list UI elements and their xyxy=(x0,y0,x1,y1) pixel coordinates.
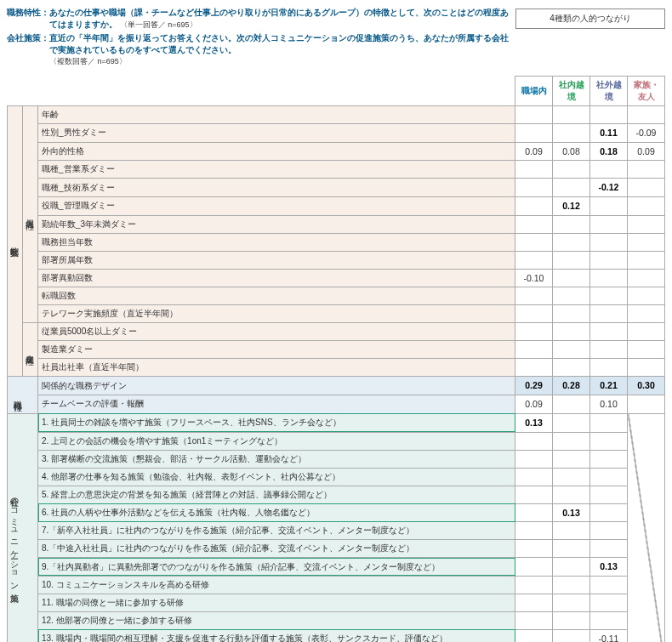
col-header-1: 職場内 xyxy=(515,77,553,106)
value-cell xyxy=(515,233,553,251)
value-cell xyxy=(590,611,628,629)
value-cell xyxy=(590,233,628,251)
value-cell xyxy=(515,540,553,558)
value-cell xyxy=(553,540,590,558)
col-header-2: 社内越境 xyxy=(553,77,590,106)
row-label: 部署異動回数 xyxy=(38,269,515,287)
value-cell xyxy=(553,486,590,503)
value-cell xyxy=(590,341,628,359)
value-cell xyxy=(590,413,628,432)
row-label: 関係的な職務デザイン xyxy=(38,377,515,395)
group-label: 企業属性 xyxy=(23,323,38,377)
value-cell xyxy=(515,305,553,323)
value-cell xyxy=(515,629,553,642)
value-cell xyxy=(590,576,628,594)
row-label: 勤続年数_3年未満ダミー xyxy=(38,215,515,233)
q2-text: 直近の「半年間」を振り返ってお答えください。次の対人コミュニケーションの促進施策… xyxy=(49,32,512,67)
row-label: 7.「新卒入社社員」に社内のつながりを作る施策（紹介記事、交流イベント、メンター… xyxy=(38,522,515,540)
intro-block: 職務特性： あなたの仕事や職場（課・チームなど仕事上のやり取りが日常的にあるグル… xyxy=(7,7,665,69)
q2-label: 会社施策： xyxy=(7,32,49,44)
value-cell xyxy=(515,341,553,359)
row-label: 6. 社員の人柄や仕事外活動などを伝える施策（社内報、人物名鑑など） xyxy=(38,503,515,522)
row-label: 部署所属年数 xyxy=(38,251,515,269)
row-label: 8.「中途入社社員」に社内のつながりを作る施策（紹介記事、交流イベント、メンター… xyxy=(38,540,515,558)
value-cell xyxy=(628,395,665,414)
value-cell xyxy=(553,323,590,341)
value-cell xyxy=(553,576,590,594)
value-cell: -0.10 xyxy=(515,269,553,287)
na-cell xyxy=(628,413,665,642)
value-cell xyxy=(553,611,590,629)
results-table: 職場内 社内越境 社外越境 家族・友人 統制変数個人属性年齢性別_男性ダミー0.… xyxy=(7,76,665,642)
value-cell xyxy=(515,611,553,629)
value-cell xyxy=(553,468,590,486)
row-label: 3. 部署横断の交流施策（懇親会、部活・サークル活動、運動会など） xyxy=(38,450,515,468)
value-cell: 0.08 xyxy=(553,142,590,161)
value-cell xyxy=(515,106,553,124)
row-label: テレワーク実施頻度（直近半年間） xyxy=(38,305,515,323)
row-label: 外向的性格 xyxy=(38,142,515,161)
row-label: 2. 上司との会話の機会を増やす施策（1on1ミーティングなど） xyxy=(38,432,515,450)
group-label: 統制変数 xyxy=(8,106,23,377)
value-cell xyxy=(515,323,553,341)
value-cell xyxy=(590,251,628,269)
value-cell xyxy=(628,161,665,179)
value-cell xyxy=(515,558,553,577)
value-cell: 0.09 xyxy=(515,142,553,161)
value-cell: 0.30 xyxy=(628,377,665,395)
group-label: 職務特性 xyxy=(8,377,38,413)
value-cell xyxy=(553,341,590,359)
value-cell xyxy=(553,251,590,269)
value-cell xyxy=(590,468,628,486)
q1-text: あなたの仕事や職場（課・チームなど仕事上のやり取りが日常的にあるグループ）の特徴… xyxy=(49,7,512,31)
value-cell xyxy=(590,215,628,233)
value-cell: -0.11 xyxy=(590,629,628,642)
value-cell xyxy=(628,197,665,216)
value-cell: 0.09 xyxy=(628,142,665,161)
value-cell xyxy=(590,269,628,287)
value-cell xyxy=(553,413,590,432)
col-header-3: 社外越境 xyxy=(590,77,628,106)
value-cell xyxy=(515,287,553,305)
value-cell xyxy=(553,395,590,414)
value-cell xyxy=(628,269,665,287)
value-cell: 0.29 xyxy=(515,377,553,395)
value-cell xyxy=(590,305,628,323)
value-cell xyxy=(553,594,590,611)
value-cell xyxy=(515,468,553,486)
row-label: チームベースの評価・報酬 xyxy=(38,395,515,414)
value-cell xyxy=(590,197,628,216)
row-label: 役職_管理職ダミー xyxy=(38,197,515,216)
value-cell: 0.13 xyxy=(515,413,553,432)
value-cell xyxy=(515,503,553,522)
value-cell xyxy=(553,305,590,323)
q1-label: 職務特性： xyxy=(7,7,49,19)
row-label: 職種_営業系ダミー xyxy=(38,161,515,179)
value-cell xyxy=(590,287,628,305)
value-cell xyxy=(628,287,665,305)
value-cell xyxy=(628,251,665,269)
value-cell xyxy=(553,269,590,287)
value-cell xyxy=(515,251,553,269)
value-cell xyxy=(590,522,628,540)
row-label: 社員出社率（直近半年間） xyxy=(38,359,515,377)
row-label: 10. コミュニケーションスキルを高める研修 xyxy=(38,576,515,594)
header-top: 4種類の人的つながり xyxy=(515,9,665,29)
value-cell xyxy=(590,323,628,341)
value-cell xyxy=(553,558,590,577)
value-cell xyxy=(590,161,628,179)
value-cell xyxy=(590,503,628,522)
value-cell: 0.10 xyxy=(590,395,628,414)
row-label: 製造業ダミー xyxy=(38,341,515,359)
value-cell xyxy=(515,179,553,197)
value-cell xyxy=(515,197,553,216)
value-cell xyxy=(553,215,590,233)
value-cell: 0.11 xyxy=(590,124,628,143)
value-cell xyxy=(553,161,590,179)
value-cell xyxy=(590,106,628,124)
value-cell: 0.12 xyxy=(553,197,590,216)
value-cell: 0.13 xyxy=(590,558,628,577)
value-cell xyxy=(553,106,590,124)
value-cell: 0.13 xyxy=(553,503,590,522)
row-label: 13. 職場内・職場間の相互理解・支援を促進する行動を評価する施策（表彰、サンク… xyxy=(38,629,515,642)
